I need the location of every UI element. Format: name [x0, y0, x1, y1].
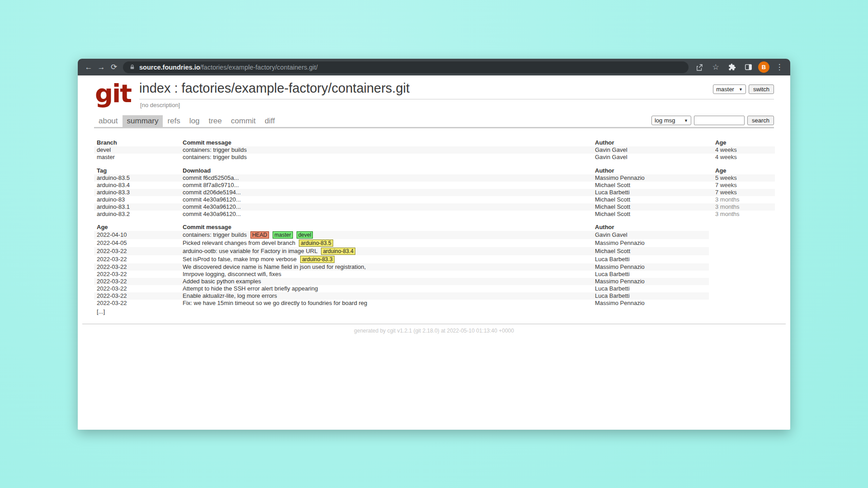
author-cell: Michael Scott [592, 247, 709, 255]
deco-tag[interactable]: arduino-83.5 [299, 239, 333, 247]
commit-message-link[interactable]: containers: trigger builds [183, 154, 247, 160]
age-cell: 7 weeks [712, 182, 775, 189]
author-cell: Michael Scott [592, 211, 712, 218]
table-row: 2022-03-22 Enable aktualizr-lite, log mo… [94, 292, 709, 300]
author-cell: Massimo Pennazio [592, 263, 709, 271]
commit-message-link[interactable]: Picked relevant changes from devel branc… [183, 239, 295, 246]
download-link[interactable]: commit 4e30a96120... [183, 211, 241, 217]
reload-icon[interactable]: ⟳ [108, 61, 120, 74]
download-link[interactable]: commit 8f7a8c9710... [183, 182, 239, 188]
download-link[interactable]: commit f6cd52505a... [183, 174, 239, 181]
commit-message-link[interactable]: Imrpove logging, disconnect wifi, fixes [183, 271, 281, 277]
search-type-select[interactable]: log msg▼ [651, 116, 691, 125]
tab-summary[interactable]: summary [123, 115, 163, 127]
commit-date-cell: 2022-03-22 [94, 255, 180, 263]
toolbar-right-icons: ☆ B ⋮ [693, 61, 786, 74]
side-panel-icon[interactable] [742, 61, 755, 74]
switch-button[interactable]: switch [749, 84, 774, 94]
author-cell: Michael Scott [592, 182, 712, 189]
table-row: 2022-03-22 arduino-ootb: use variable fo… [94, 247, 709, 255]
table-row: 2022-03-22 Added basic python examples M… [94, 278, 709, 285]
column-header: Age [712, 167, 775, 174]
repo-description: [no description] [139, 99, 774, 108]
browser-menu-icon[interactable]: ⋮ [773, 61, 786, 74]
commit-message-link[interactable]: Added basic python examples [183, 278, 261, 285]
download-link[interactable]: commit 4e30a96120... [183, 203, 241, 210]
column-header: Age [94, 224, 180, 231]
commit-date-cell: 2022-03-22 [94, 285, 180, 292]
table-row: arduino-83.3 commit d206de5194... Luca B… [94, 189, 775, 196]
column-header: Branch [94, 139, 180, 146]
tag-link[interactable]: arduino-83.2 [97, 211, 130, 217]
share-icon[interactable] [693, 61, 706, 74]
commit-date-cell: 2022-04-10 [94, 231, 180, 239]
deco-branch[interactable]: devel [297, 231, 313, 239]
tag-link[interactable]: arduino-83.4 [97, 182, 130, 188]
forward-icon[interactable]: → [95, 61, 108, 74]
tag-link[interactable]: arduino-83 [97, 196, 125, 203]
author-cell: Massimo Pennazio [592, 300, 709, 307]
tag-link[interactable]: arduino-83.1 [97, 203, 130, 210]
commit-message-link[interactable]: Fix: we have 15min timeout so we go dire… [183, 300, 367, 306]
chevron-down-icon: ▼ [739, 87, 743, 92]
author-cell: Luca Barbetti [592, 292, 709, 300]
author-cell: Gavin Gavel [592, 231, 709, 239]
url-bar[interactable]: source.foundries.io/factories/example-fa… [123, 61, 689, 73]
log-more-link[interactable]: [...] [94, 307, 108, 316]
author-cell: Massimo Pennazio [592, 278, 709, 285]
tab-tree[interactable]: tree [204, 115, 226, 127]
table-row: arduino-83.4 commit 8f7a8c9710... Michae… [94, 182, 775, 189]
search-input[interactable] [694, 116, 745, 125]
author-cell: Luca Barbetti [592, 271, 709, 278]
download-link[interactable]: commit 4e30a96120... [183, 196, 241, 203]
commit-message-link[interactable]: Attempt to hide the SSH error alert brie… [183, 285, 318, 292]
tab-log[interactable]: log [185, 115, 204, 127]
commit-message-link[interactable]: We discovered device name is Name field … [183, 263, 366, 270]
table-row: 2022-03-22 Fix: we have 15min timeout so… [94, 300, 709, 307]
column-header: Author [592, 224, 709, 231]
tab-about[interactable]: about [94, 115, 123, 127]
commit-message-link[interactable]: containers: trigger builds [183, 146, 247, 153]
url-text: source.foundries.io/factories/example-fa… [139, 64, 318, 71]
column-header: Author [592, 139, 712, 146]
cgit-page: git index : factories/example-factory/co… [78, 75, 790, 430]
table-row: 2022-03-22 Attempt to hide the SSH error… [94, 285, 709, 292]
deco-head[interactable]: HEAD [250, 231, 269, 239]
header-main: index : factories/example-factory/contai… [139, 80, 774, 108]
table-row: master containers: trigger builds Gavin … [94, 154, 775, 161]
bookmark-star-icon[interactable]: ☆ [709, 61, 722, 74]
column-header: Download [180, 167, 592, 174]
tab-refs[interactable]: refs [163, 115, 184, 127]
commit-message-link[interactable]: containers: trigger builds [183, 231, 247, 238]
author-cell: Gavin Gavel [592, 146, 712, 154]
url-path: /factories/example-factory/containers.gi… [200, 64, 318, 71]
search-button[interactable]: search [747, 116, 774, 125]
author-cell: Massimo Pennazio [592, 174, 712, 182]
branch-link[interactable]: master [97, 154, 115, 160]
commit-message-link[interactable]: arduino-ootb: use variable for Factory i… [183, 248, 317, 254]
tag-link[interactable]: arduino-83.3 [97, 189, 130, 196]
deco-tag[interactable]: arduino-83.3 [300, 256, 334, 263]
commit-message-link[interactable]: Set isProd to false, make lmp more verbo… [183, 256, 297, 263]
log-header-row: Age Commit message Author [94, 224, 709, 231]
branch-select[interactable]: master▼ [713, 84, 746, 94]
profile-avatar[interactable]: B [758, 61, 769, 73]
commit-message-link[interactable]: Enable aktualizr-lite, log more errors [183, 292, 277, 299]
age-cell: 3 months [712, 203, 775, 211]
tab-diff[interactable]: diff [260, 115, 279, 127]
deco-branch[interactable]: master [273, 231, 293, 239]
author-cell: Luca Barbetti [592, 255, 709, 263]
back-icon[interactable]: ← [82, 61, 95, 74]
tabs-row: about summary refs log tree commit diff … [94, 115, 774, 128]
commit-date-cell: 2022-03-22 [94, 247, 180, 255]
browser-toolbar: ← → ⟳ source.foundries.io/factories/exam… [78, 59, 790, 75]
tag-header-row: Tag Download Author Age [94, 167, 775, 174]
extensions-puzzle-icon[interactable] [726, 61, 738, 74]
branch-link[interactable]: devel [97, 146, 111, 153]
tab-commit[interactable]: commit [226, 115, 260, 127]
tabs: about summary refs log tree commit diff [94, 115, 279, 127]
tag-link[interactable]: arduino-83.5 [97, 174, 130, 181]
cgit-logo[interactable]: git [94, 80, 139, 108]
deco-tag[interactable]: arduino-83.4 [321, 248, 355, 255]
download-link[interactable]: commit d206de5194... [183, 189, 241, 196]
